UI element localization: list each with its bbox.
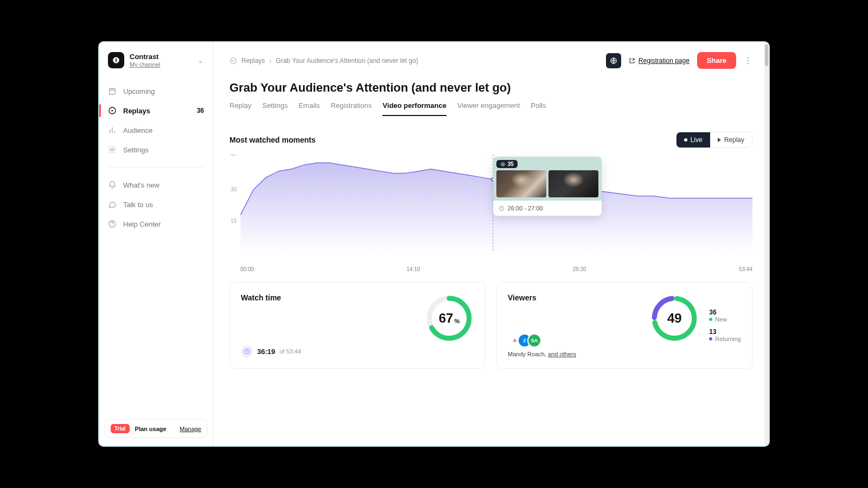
sidebar-footer: Trial Plan usage Manage bbox=[99, 414, 213, 438]
toggle-live-label: Live bbox=[691, 136, 703, 144]
tab-polls[interactable]: Polls bbox=[531, 101, 546, 116]
more-menu-button[interactable]: ⋯ bbox=[743, 56, 754, 65]
tabs: ReplaySettingsEmailsRegistrationsVideo p… bbox=[229, 101, 752, 117]
app-window: Contrast My channel ⌄ UpcomingReplays36A… bbox=[98, 41, 770, 447]
toggle-live[interactable]: Live bbox=[676, 132, 710, 147]
registration-page-link[interactable]: Registration page bbox=[629, 57, 690, 65]
legend-new-label: New bbox=[715, 316, 727, 323]
viewers-card: Viewers AZSA Mandy Roach, and others bbox=[496, 282, 752, 369]
globe-icon bbox=[610, 57, 617, 65]
tooltip-thumbnails bbox=[496, 170, 598, 197]
nav-badge: 36 bbox=[197, 107, 204, 114]
clock-icon bbox=[499, 206, 505, 211]
tab-registrations[interactable]: Registrations bbox=[330, 101, 372, 116]
tab-settings[interactable]: Settings bbox=[262, 101, 288, 116]
breadcrumb: Replays › Grab Your Audience's Attention… bbox=[229, 57, 418, 65]
tab-video-performance[interactable]: Video performance bbox=[382, 101, 446, 116]
workspace-switcher[interactable]: Contrast My channel ⌄ bbox=[99, 52, 213, 78]
legend-returning: 13 Returning bbox=[709, 328, 741, 342]
clock-badge bbox=[241, 345, 253, 357]
watch-percent-value: 67 bbox=[439, 311, 454, 326]
calendar-icon bbox=[108, 87, 117, 95]
video-thumbnail bbox=[548, 170, 598, 197]
tooltip-time-label: 26:00 - 27:00 bbox=[508, 205, 543, 211]
chart-tooltip: 35 26:00 - 27:00 bbox=[493, 157, 602, 216]
area-chart-svg: 153047 bbox=[229, 155, 752, 263]
x-tick-label: 53:44 bbox=[739, 266, 752, 272]
tab-replay[interactable]: Replay bbox=[229, 101, 251, 116]
watch-time-title: Watch time bbox=[241, 293, 424, 302]
clock-icon bbox=[244, 348, 250, 355]
chart-header: Most watched moments Live Replay bbox=[229, 132, 752, 148]
scrollbar[interactable] bbox=[764, 42, 769, 446]
watch-time-value: 36:19 bbox=[257, 348, 275, 356]
nav-label: Upcoming bbox=[123, 87, 155, 95]
language-button[interactable] bbox=[606, 53, 621, 68]
viewers-chart[interactable]: 153047 00:0014:1028:2053:44 35 bbox=[229, 155, 752, 272]
sidebar-item-replays[interactable]: Replays36 bbox=[99, 101, 213, 120]
gear-icon bbox=[108, 145, 117, 154]
breadcrumb-current: Grab Your Audience's Attention (and neve… bbox=[276, 57, 418, 65]
watch-time-percent: 67% bbox=[424, 293, 474, 343]
play-triangle-icon bbox=[718, 138, 721, 142]
svg-text:30: 30 bbox=[231, 187, 237, 192]
sidebar-item-talk-to-us[interactable]: Talk to us bbox=[99, 195, 213, 214]
x-tick-label: 14:10 bbox=[406, 266, 420, 272]
sidebar-item-settings[interactable]: Settings bbox=[99, 140, 213, 159]
viewer-others-link[interactable]: and others bbox=[548, 351, 576, 357]
sidebar-item-help-center[interactable]: Help Center bbox=[99, 214, 213, 234]
tab-viewer-engagement[interactable]: Viewer engagement bbox=[457, 101, 520, 116]
avatar: SA bbox=[527, 333, 541, 348]
view-toggle: Live Replay bbox=[676, 132, 752, 148]
breadcrumb-root[interactable]: Replays bbox=[241, 57, 265, 65]
main: Replays › Grab Your Audience's Attention… bbox=[213, 42, 769, 446]
dot-icon bbox=[709, 337, 712, 341]
trial-badge: Trial bbox=[111, 424, 130, 433]
top-actions: Registration page Share ⋯ bbox=[606, 52, 752, 69]
x-tick-label: 28:20 bbox=[573, 266, 586, 272]
external-link-icon bbox=[629, 57, 635, 64]
plan-card: Trial Plan usage Manage bbox=[105, 419, 207, 438]
tab-emails[interactable]: Emails bbox=[298, 101, 320, 116]
svg-text:47: 47 bbox=[231, 155, 237, 157]
sidebar: Contrast My channel ⌄ UpcomingReplays36A… bbox=[99, 42, 213, 446]
topbar: Replays › Grab Your Audience's Attention… bbox=[229, 52, 752, 69]
eye-icon bbox=[500, 162, 506, 167]
sidebar-item-upcoming[interactable]: Upcoming bbox=[99, 81, 213, 101]
viewer-names: Mandy Roach, and others bbox=[508, 351, 649, 357]
legend-returning-count: 13 bbox=[709, 328, 741, 336]
sidebar-item-what-s-new[interactable]: What's new bbox=[99, 175, 213, 195]
nav-label: Help Center bbox=[123, 220, 161, 228]
bars-icon bbox=[108, 126, 117, 134]
nav-divider bbox=[108, 167, 204, 168]
primary-nav: UpcomingReplays36AudienceSettings What's… bbox=[99, 78, 213, 234]
workspace-name: Contrast bbox=[130, 53, 197, 61]
toggle-replay[interactable]: Replay bbox=[710, 132, 752, 147]
chevron-down-icon: ⌄ bbox=[197, 56, 204, 65]
watch-time-of: of bbox=[279, 348, 284, 355]
stat-cards: Watch time 36:19 of 53:44 bbox=[229, 282, 752, 369]
chevron-right-icon: › bbox=[269, 57, 271, 65]
registration-page-label: Registration page bbox=[639, 57, 690, 65]
watch-time-total: 53:44 bbox=[286, 348, 302, 355]
help-icon bbox=[108, 220, 117, 228]
play-circle-icon bbox=[108, 106, 117, 115]
viewers-total: 49 bbox=[649, 293, 699, 343]
chat-icon bbox=[108, 200, 117, 209]
viewers-legend: 36 New 13 Returning bbox=[709, 293, 741, 357]
workspace-subtitle[interactable]: My channel bbox=[130, 61, 197, 68]
plan-manage-link[interactable]: Manage bbox=[180, 426, 201, 432]
nav-label: What's new bbox=[123, 181, 159, 189]
x-tick-label: 00:00 bbox=[240, 266, 254, 272]
nav-label: Audience bbox=[123, 126, 152, 134]
svg-point-12 bbox=[502, 163, 504, 165]
svg-text:15: 15 bbox=[231, 218, 237, 224]
live-dot-icon bbox=[684, 138, 687, 142]
tooltip-time-range: 26:00 - 27:00 bbox=[493, 201, 602, 216]
watch-time-donut: 67% bbox=[424, 293, 474, 343]
legend-returning-label: Returning bbox=[715, 336, 741, 342]
sidebar-item-audience[interactable]: Audience bbox=[99, 120, 213, 140]
share-button[interactable]: Share bbox=[697, 52, 736, 69]
watch-time-row: 36:19 of 53:44 bbox=[241, 345, 424, 357]
toggle-replay-label: Replay bbox=[724, 136, 744, 144]
